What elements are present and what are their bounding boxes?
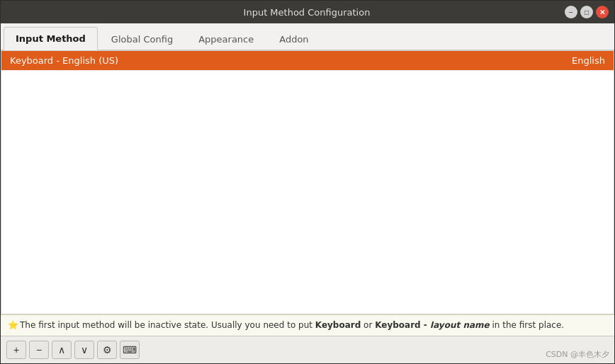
tab-input-method[interactable]: Input Method — [4, 27, 98, 50]
move-down-button[interactable]: ∨ — [74, 341, 94, 359]
add-button[interactable]: + — [6, 341, 26, 359]
list-item[interactable]: Keyboard - English (US) English — [1, 51, 614, 71]
notice-bold-2: Keyboard - layout name — [375, 320, 489, 330]
main-window: Input Method Configuration − □ ✕ Input M… — [0, 0, 615, 364]
tab-appearance[interactable]: Appearance — [186, 28, 266, 50]
remove-button[interactable]: − — [29, 341, 49, 359]
close-button[interactable]: ✕ — [596, 6, 609, 18]
notice-bar: ⭐The first input method will be inactive… — [1, 314, 614, 336]
config-button[interactable]: ⚙ — [97, 341, 117, 359]
content-area: Keyboard - English (US) English — [1, 50, 614, 314]
keyboard-button[interactable]: ⌨ — [120, 341, 140, 359]
notice-text-2: or — [361, 320, 375, 330]
window-title: Input Method Configuration — [49, 7, 565, 18]
notice-italic-1: layout name — [430, 320, 490, 330]
titlebar: Input Method Configuration − □ ✕ — [1, 1, 614, 23]
move-up-button[interactable]: ∧ — [52, 341, 72, 359]
tab-global-config[interactable]: Global Config — [99, 28, 185, 50]
tab-bar: Input Method Global Config Appearance Ad… — [1, 23, 614, 50]
maximize-button[interactable]: □ — [580, 6, 593, 18]
input-method-list: Keyboard - English (US) English — [1, 51, 614, 314]
list-item-lang: English — [572, 55, 605, 66]
star-icon: ⭐ — [8, 320, 18, 330]
window-controls: − □ ✕ — [565, 6, 609, 18]
tab-addon[interactable]: Addon — [267, 28, 320, 50]
notice-text-3: in the first place. — [490, 320, 564, 330]
minimize-button[interactable]: − — [565, 6, 577, 18]
toolbar: + − ∧ ∨ ⚙ ⌨ — [1, 336, 614, 363]
notice-text-1: The first input method will be inactive … — [20, 320, 315, 330]
notice-bold-1: Keyboard — [315, 320, 361, 330]
list-item-name: Keyboard - English (US) — [10, 55, 118, 66]
